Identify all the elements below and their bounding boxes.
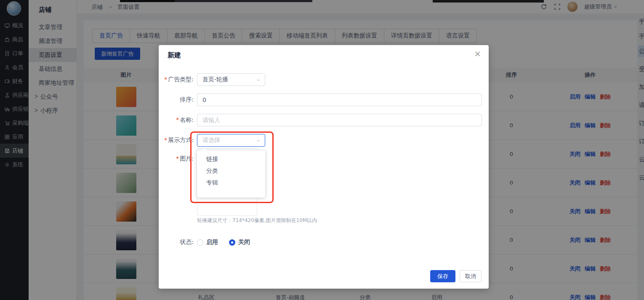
display-mode-placeholder: 请选择 [202, 137, 220, 144]
create-ad-modal: 新建 × *广告类型: 首页-轮播 排序: *名称: *展示方式: 请选择 *图… [159, 45, 489, 289]
ad-type-value: 首页-轮播 [202, 76, 228, 83]
modal-title: 新建 [168, 51, 181, 60]
name-label: *名称: [164, 116, 194, 124]
image-size-hint: 轮播建议尺寸：714*420像素,图片需限制在10M以内 [197, 217, 317, 224]
radio-enable-label[interactable]: 启用 [206, 238, 218, 246]
image-label: *图片: [164, 155, 194, 163]
radio-disable-label[interactable]: 关闭 [238, 238, 250, 246]
ad-type-label: *广告类型: [164, 76, 194, 83]
option-link[interactable]: 链接 [197, 153, 265, 165]
option-album[interactable]: 专辑 [197, 177, 265, 188]
save-button[interactable]: 保存 [430, 270, 455, 282]
sort-label: 排序: [164, 96, 194, 104]
display-mode-select[interactable]: 请选择 [197, 134, 265, 147]
chevron-up-icon [256, 138, 261, 143]
radio-disable[interactable] [229, 239, 235, 246]
name-input[interactable] [197, 114, 482, 126]
status-label: 状态: [164, 238, 194, 246]
display-mode-dropdown: 链接 分类 专辑 [197, 150, 265, 198]
display-mode-label: *展示方式: [164, 137, 194, 144]
cancel-button[interactable]: 取消 [460, 270, 482, 282]
close-icon[interactable]: × [474, 49, 481, 58]
ad-type-select[interactable]: 首页-轮播 [197, 73, 265, 86]
radio-enable[interactable] [197, 239, 203, 246]
sort-input[interactable] [197, 94, 482, 106]
chevron-down-icon [256, 78, 261, 83]
option-category[interactable]: 分类 [197, 165, 265, 177]
